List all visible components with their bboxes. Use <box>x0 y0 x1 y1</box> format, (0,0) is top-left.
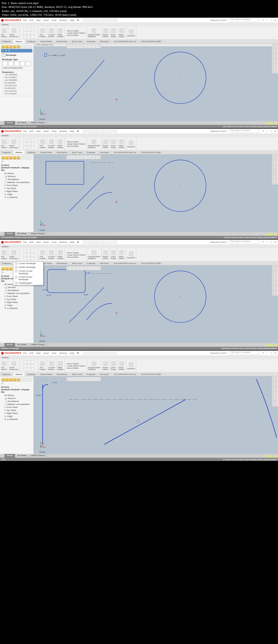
svg-rect-0 <box>45 53 47 57</box>
property-panel[interactable]: ✓✕↺ Rectangle Rectangle Type☐ Add constr… <box>0 44 34 121</box>
svg-line-14 <box>40 222 43 225</box>
instant-icon <box>129 29 134 34</box>
sketch-canvas[interactable]: ▸ Part1 (Default<<De... x = 2.66, y = 4.… <box>34 44 278 121</box>
rapid-icon <box>119 28 124 33</box>
timestamp: 00:01:20 <box>265 122 277 125</box>
svg-line-9 <box>69 176 104 212</box>
svg-point-11 <box>180 185 181 186</box>
config-bar: Default <box>0 23 278 26</box>
bottom-tabs[interactable]: Model3D ViewsMotion Study 1 <box>0 121 278 125</box>
exit-sketch-icon <box>2 28 7 33</box>
svg-line-1 <box>69 60 104 101</box>
app-logo: SOLIDWORKS <box>1 19 21 22</box>
coord-readout: x = 2.66, y = 4.87 <box>49 54 65 57</box>
menubar: SOLIDWORKS FileEditViewInsertToolsWindow… <box>0 18 278 23</box>
svg-point-25 <box>180 296 181 297</box>
statusbar: SOLIDWORKS Premium 2016 x64 Edition-140.… <box>0 125 278 128</box>
ribbon[interactable]: Exit Sketch Smart Dimension Trim Entitie… <box>0 26 278 40</box>
offset-icon <box>58 28 63 33</box>
feature-tree[interactable]: ▽ 🗀 Part1 (Default<<Default>_Display Sta… <box>0 154 34 232</box>
svg-line-37 <box>40 444 43 447</box>
sketch-canvas[interactable]: *Front <box>34 154 278 232</box>
svg-text:⌀ 10: ⌀ 10 <box>36 394 41 397</box>
view-triad <box>39 107 47 116</box>
menu-items[interactable]: FileEditViewInsertToolsWindowHelp✱ <box>23 19 79 21</box>
svg-line-33 <box>104 400 186 444</box>
svg-text:⌀ 10: ⌀ 10 <box>86 272 90 274</box>
window-controls[interactable]: ?−□✕ <box>261 18 277 22</box>
svg-text:⌀ 10: ⌀ 10 <box>43 289 47 291</box>
display-icon <box>91 28 96 33</box>
svg-text:⌀ 10: ⌀ 10 <box>46 294 51 296</box>
svg-point-3 <box>180 78 181 78</box>
search-input[interactable]: 🔍 Search Commands <box>230 18 259 22</box>
close-icon[interactable]: ✕ <box>5 49 7 52</box>
frame-1: SOLIDWORKS FileEditViewInsertToolsWindow… <box>0 18 278 128</box>
quick-icon <box>111 28 116 33</box>
doc-title: Sketch8 of Part1 * <box>210 19 228 21</box>
svg-rect-34 <box>137 420 140 423</box>
svg-line-28 <box>40 333 43 336</box>
smart-dim-icon <box>11 28 16 33</box>
sketch-canvas[interactable]: ⌀ 10 ⌀ 10 ⌀ 10 ⌀ 10 ⌀ 10 R10 *Front <box>34 265 278 343</box>
repair-icon <box>103 28 108 33</box>
svg-rect-15 <box>47 270 85 293</box>
svg-text:⌀ 10: ⌀ 10 <box>53 381 57 384</box>
svg-text:R10: R10 <box>84 293 88 296</box>
frame-2: SOLIDWORKSFileEditViewInsertToolsWindowH… <box>0 129 278 239</box>
file-info: File: 2. Basic sketch tools.mp4 Size: 48… <box>0 0 278 18</box>
sketch-canvas[interactable]: ⌀ 10 ⌀ 10 *Front <box>34 376 278 454</box>
frame-3: SOLIDWORKSFileEditViewInsertToolsWindowH… <box>0 240 278 350</box>
svg-rect-7 <box>46 161 84 184</box>
quick-toolbar[interactable] <box>83 18 117 22</box>
command-tabs[interactable]: FeaturesSketchSurfacesSheet MetalWeldmen… <box>0 40 278 44</box>
trim-icon <box>40 28 45 33</box>
frame-4: SOLIDWORKSFileEditViewInsertToolsWindowH… <box>0 351 278 461</box>
feature-tree[interactable]: ▽ 🗀 Part1 (Default<<Default>_Display Sta… <box>0 376 34 454</box>
svg-line-6 <box>40 112 43 114</box>
convert-icon <box>49 28 54 33</box>
rectangle-dropdown[interactable]: Corner Rectangle Center Rectangle 3 Poin… <box>13 261 43 285</box>
check-icon[interactable]: ✓ <box>2 49 4 52</box>
heads-up-toolbar[interactable] <box>272 44 278 73</box>
